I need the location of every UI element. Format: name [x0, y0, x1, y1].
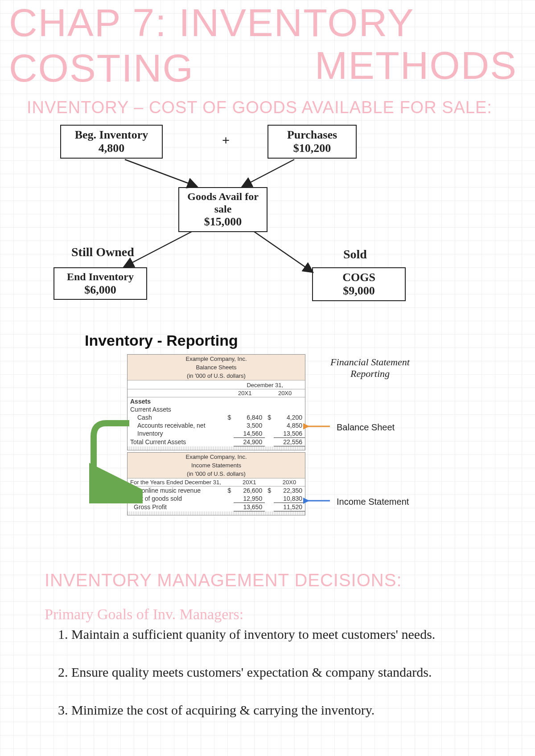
plus-symbol: +: [222, 133, 230, 148]
bs-title: Balance Sheets: [128, 363, 305, 372]
svg-line-3: [254, 232, 312, 272]
balance-sheet-table: Example Company, Inc. Balance Sheets (in…: [127, 354, 305, 450]
financial-statement-reporting-label: Financial Statement Reporting: [321, 356, 419, 380]
is-company: Example Company, Inc.: [128, 453, 305, 461]
bs-sub: (in '000 of U.S. dollars): [128, 372, 305, 380]
is-row-cogs-b: 10,830: [274, 494, 305, 503]
is-row-rev-b: 22,350: [274, 486, 305, 495]
bs-col2: 20X0: [265, 389, 305, 397]
section-inventory-mgmt: INVENTORY MANAGEMENT DECISIONS:: [45, 570, 402, 590]
svg-line-1: [243, 159, 294, 186]
goal-2: 2. Ensure quality meets customers' expec…: [58, 664, 508, 681]
is-gp-a: 13,650: [234, 503, 265, 511]
is-col2: 20X0: [274, 478, 305, 486]
bs-total-b: 22,556: [274, 438, 305, 446]
goal-3: 3. Minimize the cost of acquiring & carr…: [58, 702, 508, 719]
is-row-cogs-a: 12,950: [234, 494, 265, 503]
is-gp-label: Gross Profit: [128, 503, 225, 511]
cogs-label: COGS: [317, 271, 401, 284]
section-inventory-cgas: INVENTORY – COST OF GOODS AVAILABLE FOR …: [27, 98, 492, 117]
bs-row-inv-a: 14,560: [234, 429, 265, 438]
goods-avail-label: Goods Avail for sale: [183, 191, 263, 215]
beg-inv-label: Beg. Inventory: [65, 128, 158, 142]
end-inv-label: End Inventory: [58, 271, 143, 283]
bs-row-inv-b: 13,506: [274, 429, 305, 438]
sold-label: Sold: [343, 247, 367, 262]
bs-assets: Assets: [128, 397, 219, 406]
bs-current-assets: Current Assets: [128, 405, 219, 413]
income-statement-annotation: Income Statement: [337, 497, 409, 507]
bs-row-ar-a: 3,500: [234, 421, 265, 429]
income-statement-table: Example Company, Inc. Income Statements …: [127, 452, 305, 515]
purchases-value: $10,200: [272, 142, 352, 155]
is-gp-b: 11,520: [274, 503, 305, 511]
purchases-label: Purchases: [272, 128, 352, 142]
beg-inv-value: 4,800: [65, 142, 158, 155]
bs-company: Example Company, Inc.: [128, 355, 305, 363]
bs-period: December 31,: [225, 380, 305, 389]
balance-sheet-annotation: Balance Sheet: [337, 422, 395, 433]
bs-row-cash-a: 6,840: [234, 413, 265, 421]
bs-row-ar-b: 4,850: [274, 421, 305, 429]
chapter-title-line2: METHODS: [315, 43, 517, 88]
bs-total-a: 24,900: [234, 438, 265, 446]
primary-goals-heading: Primary Goals of Inv. Managers:: [45, 606, 243, 623]
is-title: Income Statements: [128, 461, 305, 470]
is-row-rev-a: 26,600: [234, 486, 265, 495]
still-owned-label: Still Owned: [71, 245, 134, 259]
inventory-reporting-heading: Inventory - Reporting: [85, 332, 238, 349]
svg-line-2: [125, 232, 192, 266]
goal-1: 1. Maintain a sufficient quanity of inve…: [58, 626, 508, 643]
end-inv-value: $6,000: [58, 283, 143, 297]
is-col1: 20X1: [234, 478, 265, 486]
bs-row-cash-b: 4,200: [274, 413, 305, 421]
box-goods-available: Goods Avail for sale $15,000: [178, 187, 268, 232]
is-sub: (in '000 of U.S. dollars): [128, 470, 305, 478]
box-end-inventory: End Inventory $6,000: [54, 267, 147, 300]
box-purchases: Purchases $10,200: [268, 125, 357, 159]
svg-line-0: [125, 159, 196, 186]
goods-avail-value: $15,000: [183, 215, 263, 229]
box-beg-inventory: Beg. Inventory 4,800: [60, 125, 163, 159]
green-link-arrow: [89, 419, 143, 503]
box-cogs: COGS $9,000: [312, 267, 406, 301]
cogs-value: $9,000: [317, 284, 401, 298]
bs-col1: 20X1: [225, 389, 265, 397]
